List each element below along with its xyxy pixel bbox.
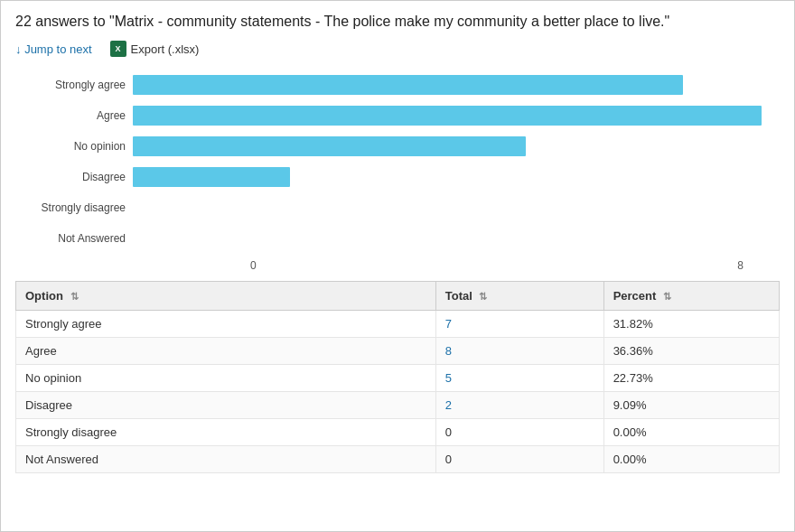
chart-bar-area [133, 136, 762, 156]
chart-bar-area [133, 198, 762, 218]
col-header-percent[interactable]: Percent ⇅ [603, 282, 779, 311]
total-value: 0 [445, 453, 452, 466]
chart-bar-label: No opinion [15, 140, 133, 153]
table-row: No opinion 5 22.73% [16, 365, 780, 392]
total-cell: 7 [435, 311, 603, 338]
table-row: Agree 8 36.36% [16, 338, 780, 365]
sort-icon-percent: ⇅ [663, 291, 671, 302]
chart-container: Strongly agree Agree No opinion Disagree… [15, 70, 780, 272]
option-cell: Strongly disagree [16, 419, 436, 446]
export-label: Export (.xlsx) [131, 42, 200, 56]
table-row: Strongly disagree 0 0.00% [16, 419, 780, 446]
option-cell: Not Answered [16, 446, 436, 473]
page-title: 22 answers to "Matrix - community statem… [15, 12, 780, 32]
chart-bar-label: Not Answered [15, 232, 133, 245]
sort-icon-option: ⇅ [70, 291, 79, 302]
chart-bar-area [133, 229, 762, 248]
total-link[interactable]: 2 [445, 398, 452, 412]
chart-bar-area [133, 75, 762, 95]
jump-to-next-link[interactable]: Jump to next [15, 42, 92, 56]
total-cell: 5 [435, 365, 603, 392]
total-link[interactable]: 7 [445, 317, 452, 331]
x-axis-label: 0 [250, 259, 257, 272]
x-axis: 08 [133, 256, 762, 272]
option-cell: No opinion [16, 365, 436, 392]
chart-bar-label: Strongly disagree [15, 201, 133, 214]
x-axis-label: 8 [737, 259, 744, 272]
chart-bar-row: Disagree [133, 162, 762, 192]
option-cell: Agree [16, 338, 436, 365]
percent-cell: 31.82% [603, 311, 779, 338]
table-row: Not Answered 0 0.00% [16, 446, 780, 473]
chart-bar-row: Strongly agree [133, 70, 762, 100]
chart-bar-label: Disagree [15, 171, 133, 183]
chart-rows: Strongly agree Agree No opinion Disagree… [133, 70, 762, 254]
x-axis-labels: 08 [250, 256, 744, 272]
option-cell: Strongly agree [16, 311, 436, 338]
percent-cell: 22.73% [603, 365, 779, 392]
percent-cell: 0.00% [603, 419, 779, 446]
chart-bar [133, 106, 762, 126]
chart-bar-area [133, 167, 762, 187]
sort-icon-total: ⇅ [479, 291, 487, 302]
chart-bar-row: Agree [133, 100, 762, 131]
total-link[interactable]: 8 [445, 344, 452, 358]
chart-bar-row: Not Answered [133, 223, 762, 254]
excel-icon: X [110, 41, 126, 57]
total-cell: 8 [435, 338, 603, 365]
results-table: Option ⇅ Total ⇅ Percent ⇅ Strongly agre… [15, 281, 780, 473]
chart-bar [133, 167, 290, 187]
chart-bar-label: Agree [15, 109, 133, 122]
total-cell: 0 [435, 446, 603, 473]
percent-cell: 36.36% [603, 338, 779, 365]
chart-bar [133, 75, 683, 95]
export-link[interactable]: X Export (.xlsx) [110, 41, 200, 57]
chart-bar-area [133, 106, 762, 126]
total-cell: 2 [435, 392, 603, 419]
table-body: Strongly agree 7 31.82% Agree 8 36.36% N… [16, 311, 780, 473]
chart-bar-label: Strongly agree [15, 79, 133, 91]
total-value: 0 [445, 425, 452, 439]
table-row: Disagree 2 9.09% [16, 392, 780, 419]
chart-bar-row: Strongly disagree [133, 192, 762, 223]
total-cell: 0 [435, 419, 603, 446]
total-link[interactable]: 5 [445, 371, 452, 385]
chart-bar [133, 136, 526, 156]
toolbar: Jump to next X Export (.xlsx) [15, 41, 780, 57]
col-header-total[interactable]: Total ⇅ [435, 282, 603, 311]
chart-bar-row: No opinion [133, 131, 762, 162]
percent-cell: 9.09% [603, 392, 779, 419]
table-header-row: Option ⇅ Total ⇅ Percent ⇅ [16, 282, 780, 311]
percent-cell: 0.00% [603, 446, 779, 473]
option-cell: Disagree [16, 392, 436, 419]
col-header-option[interactable]: Option ⇅ [16, 282, 436, 311]
table-row: Strongly agree 7 31.82% [16, 311, 780, 338]
